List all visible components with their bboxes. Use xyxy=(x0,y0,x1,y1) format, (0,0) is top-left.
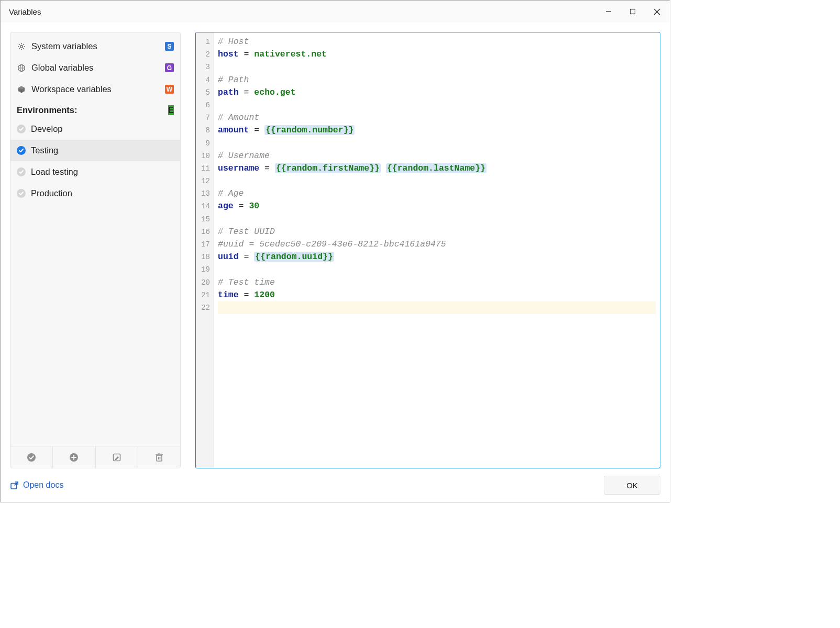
token-eq: = xyxy=(239,252,255,262)
svg-line-12 xyxy=(19,48,20,49)
maximize-button[interactable] xyxy=(621,1,645,22)
ok-button[interactable]: OK xyxy=(604,476,660,495)
external-link-icon xyxy=(10,481,19,490)
line-number: 20 xyxy=(196,276,213,289)
token-tmpl: {{random.lastName}} xyxy=(386,163,487,173)
code-line[interactable] xyxy=(218,99,656,111)
check-off-icon xyxy=(17,167,26,176)
sidebar-item-cube[interactable]: Workspace variablesW xyxy=(10,78,180,100)
code-line[interactable]: time = 1200 xyxy=(218,289,656,301)
line-number: 16 xyxy=(196,226,213,238)
svg-rect-1 xyxy=(631,9,635,14)
code-line[interactable] xyxy=(218,175,656,187)
delete-env-button[interactable] xyxy=(138,446,180,468)
svg-point-16 xyxy=(27,453,36,462)
trash-icon xyxy=(155,453,163,462)
code-line[interactable] xyxy=(218,213,656,226)
token-key: path xyxy=(218,87,239,97)
activate-env-button[interactable] xyxy=(10,446,53,468)
token-eq xyxy=(381,163,386,173)
token-comment: # Amount xyxy=(218,113,259,122)
line-number: 11 xyxy=(196,162,213,175)
sidebar-item-gear[interactable]: System variablesS xyxy=(10,36,180,57)
edit-env-button[interactable] xyxy=(96,446,138,468)
code-line[interactable]: amount = {{random.number}} xyxy=(218,124,656,137)
window-title: Variables xyxy=(9,7,41,16)
sidebar-item-globe[interactable]: Global variablesG xyxy=(10,57,180,78)
gear-icon xyxy=(17,42,26,51)
open-docs-label: Open docs xyxy=(23,480,63,490)
code-line[interactable]: age = 30 xyxy=(218,200,656,212)
code-line[interactable] xyxy=(218,61,656,73)
code-line[interactable]: # Age xyxy=(218,187,656,200)
token-comment: #uuid = 5cedec50-c209-43e6-8212-bbc4161a… xyxy=(218,239,446,249)
token-eq: = xyxy=(239,49,255,59)
code-line[interactable]: #uuid = 5cedec50-c209-43e6-8212-bbc4161a… xyxy=(218,238,656,251)
token-comment: # Host xyxy=(218,37,249,47)
env-item-load-testing[interactable]: Load testing xyxy=(10,161,180,183)
cube-icon-slot xyxy=(17,85,26,94)
editor-gutter: 12345678910111213141516171819202122 xyxy=(196,32,214,468)
environments-header-label: Environments: xyxy=(17,105,78,115)
code-line[interactable]: path = echo.get xyxy=(218,86,656,99)
env-item-testing[interactable]: Testing xyxy=(10,140,180,161)
code-line[interactable]: username = {{random.firstName}} {{random… xyxy=(218,162,656,175)
svg-line-9 xyxy=(19,44,20,45)
token-comment: # Username xyxy=(218,151,270,161)
code-line[interactable] xyxy=(218,263,656,276)
sidebar-item-label: Workspace variables xyxy=(31,84,160,94)
code-line[interactable]: host = nativerest.net xyxy=(218,48,656,61)
code-line[interactable]: # Host xyxy=(218,36,656,48)
code-line[interactable]: # Test UUID xyxy=(218,226,656,238)
token-comment: # Age xyxy=(218,188,244,198)
token-eq: = xyxy=(239,87,255,97)
line-number: 4 xyxy=(196,74,213,86)
svg-line-10 xyxy=(23,48,24,49)
code-line[interactable]: uuid = {{random.uuid}} xyxy=(218,251,656,263)
token-tmpl: {{random.number}} xyxy=(264,125,355,135)
footer: Open docs OK xyxy=(1,468,670,502)
token-key: username xyxy=(218,163,259,173)
line-number: 22 xyxy=(196,301,213,314)
env-item-develop[interactable]: Develop xyxy=(10,118,180,140)
minimize-button[interactable] xyxy=(596,1,621,22)
env-item-label: Load testing xyxy=(31,167,78,177)
check-off-icon xyxy=(17,189,26,198)
content-area: System variablesSGlobal variablesGWorksp… xyxy=(1,23,670,468)
token-eq: = xyxy=(249,125,264,135)
token-val: nativerest.net xyxy=(254,49,327,59)
code-line[interactable] xyxy=(218,301,656,314)
token-key: host xyxy=(218,49,239,59)
check-circle-icon xyxy=(27,453,36,462)
code-line[interactable]: # Amount xyxy=(218,111,656,124)
code-line[interactable] xyxy=(218,137,656,150)
env-item-label: Develop xyxy=(31,124,63,134)
add-env-button[interactable] xyxy=(53,446,95,468)
line-number: 15 xyxy=(196,213,213,226)
line-number: 6 xyxy=(196,99,213,111)
sidebar-item-label: Global variables xyxy=(31,63,160,73)
badge-e: E xyxy=(168,105,174,115)
gear-icon-slot xyxy=(17,42,26,51)
token-comment: # Path xyxy=(218,75,249,85)
open-docs-link[interactable]: Open docs xyxy=(10,480,63,490)
ok-button-label: OK xyxy=(626,481,638,490)
sidebar-item-label: System variables xyxy=(31,41,160,51)
code-line[interactable]: # Test time xyxy=(218,276,656,289)
variables-editor[interactable]: 12345678910111213141516171819202122 # Ho… xyxy=(195,32,660,468)
line-number: 9 xyxy=(196,137,213,150)
code-line[interactable]: # Username xyxy=(218,150,656,162)
editor-code[interactable]: # Hosthost = nativerest.net # Pathpath =… xyxy=(214,32,660,468)
environments-header: Environments:E xyxy=(10,100,180,118)
env-item-production[interactable]: Production xyxy=(10,183,180,204)
token-val: 1200 xyxy=(254,290,275,300)
close-button[interactable] xyxy=(645,1,669,22)
svg-rect-21 xyxy=(157,455,162,461)
titlebar: Variables xyxy=(1,1,670,23)
code-line[interactable]: # Path xyxy=(218,74,656,86)
sidebar: System variablesSGlobal variablesGWorksp… xyxy=(10,32,181,468)
token-comment: # Test UUID xyxy=(218,227,275,237)
sidebar-list: System variablesSGlobal variablesGWorksp… xyxy=(10,32,180,446)
token-comment: # Test time xyxy=(218,277,275,287)
line-number: 19 xyxy=(196,263,213,276)
